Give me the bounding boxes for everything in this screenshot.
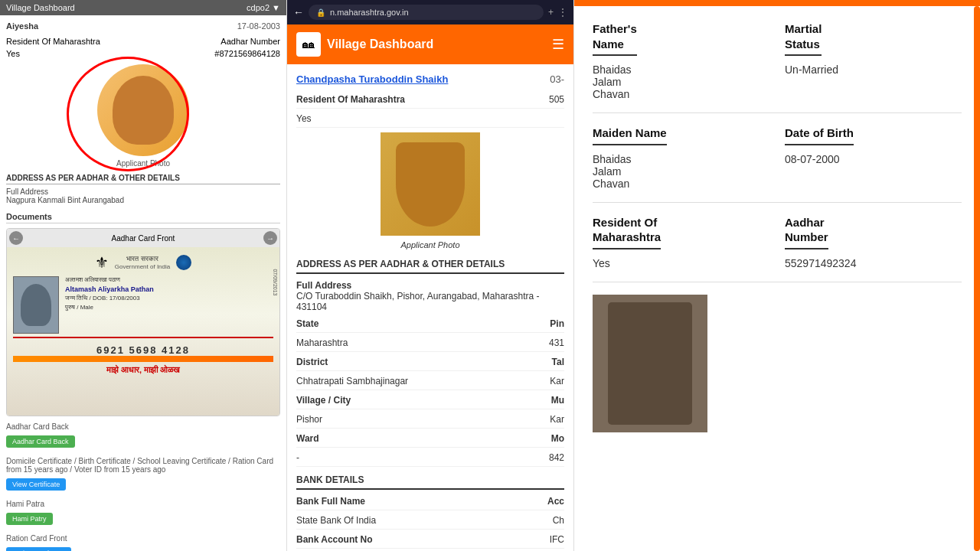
acc-label: Acc	[547, 496, 564, 507]
address-section-title-mid: ADDRESS AS PER AADHAR & OTHER DETAILS	[296, 259, 564, 274]
aadhar-gender: पुरुष / Male	[65, 304, 273, 311]
village-value: Pishor	[296, 414, 322, 425]
middle-content: Chandpasha Turaboddin Shaikh 03- Residen…	[287, 64, 573, 551]
field-group-3: Resident OfMaharashtra Yes AadharNumber …	[593, 215, 962, 282]
resident-value-left: Yes	[6, 49, 20, 58]
applicant-photo-left	[97, 64, 189, 156]
mu-value: Kar	[550, 414, 564, 425]
tal-label: Tal	[552, 357, 564, 367]
village-label: Village / City	[296, 395, 351, 406]
aadhar-back-btn[interactable]: Aadhar Card Back	[6, 435, 75, 448]
mu-label: Mu	[551, 395, 564, 406]
aadhar-value-left: #8721569864128	[214, 49, 280, 58]
aadhar-name-hindi: अल्तमश अलियारखा पठाण	[65, 276, 273, 284]
scroll-bar-right[interactable]	[974, 6, 980, 551]
govt-english: Government of India	[115, 263, 170, 270]
photo-person-right	[608, 302, 692, 425]
maiden-name-value: BhaidasJalamChavan	[593, 153, 769, 190]
tab-add-btn[interactable]: +	[548, 7, 554, 18]
ward-row: Ward Mo	[296, 433, 564, 448]
dashboard-title-left: Village Dashboard	[6, 3, 75, 12]
full-address-value-mid: C/O Turaboddin Shaikh, Pishor, Aurangaba…	[296, 291, 540, 312]
prev-btn[interactable]: ←	[9, 231, 23, 245]
person-name: Aiyesha	[6, 21, 38, 31]
maiden-name-label: Maiden Name	[593, 126, 667, 145]
district-label: District	[296, 357, 328, 367]
resident-label-left: Resident Of Maharashtra	[6, 37, 100, 46]
ward-label: Ward	[296, 433, 319, 444]
browser-chrome: ← 🔒 n.maharashtra.gov.in + ⋮	[287, 0, 573, 24]
state-value: Maharashtra	[296, 337, 348, 348]
fathers-name-value: BhaidasJalamChavan	[593, 64, 769, 100]
maiden-name-block: Maiden Name BhaidasJalamChavan	[593, 126, 769, 190]
ward-value-row: - 842	[296, 452, 564, 467]
resident-value-row-mid: Yes	[296, 113, 564, 128]
aadhar-logo-icon	[176, 255, 191, 270]
govt-hindi: भारत सरकार	[115, 255, 170, 263]
resident-row-mid: Resident Of Maharashtra 505	[296, 94, 564, 109]
documents-section: Documents ← Aadhar Card Front → ⚜ भारत स…	[6, 212, 280, 551]
hamburger-icon[interactable]: ☰	[552, 36, 564, 53]
field-group-2: Maiden Name BhaidasJalamChavan Date of B…	[593, 126, 962, 203]
aadhar-back-label: Aadhar Card Back	[6, 422, 280, 431]
applicant-name-mid[interactable]: Chandpasha Turaboddin Shaikh	[296, 73, 448, 85]
photo-label-left: Applicant Photo	[82, 159, 204, 168]
bank-name-label: Bank Full Name	[296, 496, 365, 507]
secure-icon: 🔒	[316, 8, 325, 17]
ration-label: Ration Card Front	[6, 534, 280, 543]
applicant-photo-right	[593, 295, 707, 432]
bank-account-label: Bank Account No	[296, 534, 373, 545]
mo-value: 842	[549, 452, 564, 463]
resident-label-mid: Resident Of Maharashtra	[296, 94, 405, 105]
state-value-row: Maharashtra 431	[296, 337, 564, 352]
domicile-label: Domicile Certificate / Birth Certificate…	[6, 457, 280, 474]
bank-section-title: BANK DETAILS	[296, 474, 564, 490]
orange-top-bar	[574, 0, 980, 6]
resident-value-mid: Yes	[296, 113, 312, 124]
pin-label: Pin	[550, 318, 564, 329]
full-address-value-left: Nagpura Kanmali Bint Aurangabad	[6, 196, 280, 204]
left-content: Aiyesha 17-08-2003 Resident Of Maharasht…	[0, 15, 286, 551]
aadhar-person-silhouette	[21, 284, 51, 326]
pin-value: 431	[549, 337, 564, 348]
aadhar-number: 6921 5698 4128	[13, 344, 273, 356]
browser-back-icon[interactable]: ←	[293, 6, 304, 18]
resident-label-right: Resident OfMaharashtra	[593, 215, 661, 249]
aadhar-date-stamp: 07/09/2013	[273, 269, 278, 295]
ration-card-btn[interactable]: Ration CardFront	[6, 547, 71, 551]
tal-value: Kar	[550, 376, 564, 386]
applicant-date-mid: 03-	[550, 73, 564, 85]
address-section-left: ADDRESS AS PER AADHAR & OTHER DETAILS Fu…	[6, 174, 280, 204]
field-group-1: Father'sName BhaidasJalamChavan MartialS…	[593, 21, 962, 113]
village-row: Village / City Mu	[296, 395, 564, 409]
hami-patra-btn[interactable]: Hami Patry	[6, 513, 53, 525]
documents-title: Documents	[6, 212, 280, 223]
app-title-mid: Village Dashboard	[327, 37, 433, 51]
aadhar-label-right: AadharNumber	[785, 215, 828, 249]
district-value-row: Chhatrapati Sambhajinagar Kar	[296, 376, 564, 390]
resident-values-left: Yes #8721569864128	[6, 49, 280, 58]
village-value-row: Pishor Kar	[296, 414, 564, 429]
photo-person-mid	[396, 142, 465, 227]
url-text: n.maharashtra.gov.in	[330, 8, 536, 17]
ward-value: -	[296, 452, 299, 463]
browser-menu-icon[interactable]: ⋮	[558, 7, 567, 18]
aadhar-details: अल्तमश अलियारखा पठाण Altamash Aliyarkha …	[65, 276, 273, 334]
bank-name-value: State Bank Of India	[296, 515, 376, 526]
person-date: 17-08-2003	[237, 21, 280, 31]
photo-silhouette-left	[113, 76, 174, 145]
aadhar-block-right: AadharNumber 552971492324	[785, 215, 962, 269]
fathers-name-label: Father'sName	[593, 21, 637, 56]
aadhar-header-bar: ⚜ भारत सरकार Government of India	[13, 253, 273, 272]
bank-name-row: Bank Full Name Acc	[296, 496, 564, 510]
url-bar[interactable]: 🔒 n.maharashtra.gov.in	[309, 5, 544, 20]
left-top-bar: Village Dashboard cdpo2 ▼	[0, 0, 286, 15]
person-row: Aiyesha 17-08-2003	[6, 21, 280, 34]
view-cert-btn[interactable]: View Certificate	[6, 478, 66, 491]
app-logo: 🏘 Village Dashboard	[296, 32, 433, 57]
aadhar-bottom-text: माझे आधार, माझी ओळख	[13, 365, 273, 375]
applicant-photo-mid	[381, 132, 480, 236]
aadhar-value-right: 552971492324	[785, 257, 962, 269]
next-btn[interactable]: →	[263, 231, 277, 245]
aadhar-person-photo	[13, 276, 59, 334]
